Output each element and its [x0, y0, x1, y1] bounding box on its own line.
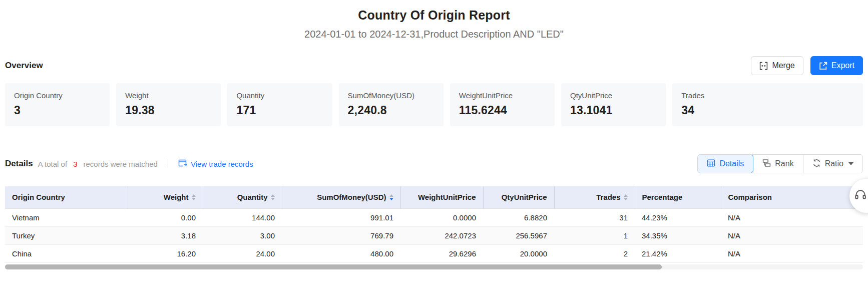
details-header-row: Details A total of 3 records were matche… [5, 154, 863, 173]
view-trade-records-link[interactable]: View trade records [178, 159, 253, 169]
headset-icon [849, 188, 867, 203]
summary-suffix: records were matched [83, 160, 157, 168]
tab-ratio[interactable]: Ratio [803, 155, 862, 173]
details-heading: Details [5, 159, 33, 169]
col-label: Quantity [237, 193, 268, 201]
tab-rank[interactable]: Rank [753, 155, 802, 173]
cell-percentage: 44.23% [635, 208, 721, 226]
export-button[interactable]: Export [810, 56, 863, 75]
ratio-cycle-icon [812, 159, 821, 169]
overview-heading: Overview [5, 61, 43, 71]
cell-qty-unit-price: 20.0000 [483, 244, 554, 262]
stat-value: 171 [236, 104, 323, 117]
cell-weight: 0.00 [128, 208, 203, 226]
col-header-qty-unit-price: QtyUnitPrice [483, 186, 554, 208]
trade-records-icon [178, 159, 187, 169]
cell-percentage: 34.35% [635, 226, 721, 244]
details-table-wrap: Origin Country Weight Quantity SumOfMone… [5, 186, 863, 269]
col-label: Origin Country [12, 193, 65, 201]
col-header-origin-country: Origin Country [5, 186, 128, 208]
col-label: Percentage [642, 193, 683, 201]
col-label: SumOfMoney(USD) [317, 193, 386, 201]
report-page: Country Of Origin Report 2024-01-01 to 2… [0, 0, 868, 269]
overview-cards: Origin Country 3 Weight 19.38 Quantity 1… [5, 83, 863, 126]
merge-button[interactable]: Merge [751, 56, 803, 75]
export-button-label: Export [831, 61, 854, 70]
sort-icon[interactable] [624, 194, 628, 200]
tab-rank-label: Rank [775, 159, 793, 168]
details-summary: Details A total of 3 records were matche… [5, 159, 253, 169]
stat-label: Origin Country [14, 91, 101, 100]
merge-icon [759, 62, 768, 70]
horizontal-scrollbar[interactable] [5, 264, 863, 269]
cell-weight: 16.20 [128, 244, 203, 262]
cell-quantity: 3.00 [203, 226, 282, 244]
stat-card-weight: Weight 19.38 [116, 83, 221, 126]
cell-weight: 3.18 [128, 226, 203, 244]
merge-button-label: Merge [772, 61, 794, 70]
col-header-sum-of-money[interactable]: SumOfMoney(USD) [282, 186, 400, 208]
stat-value: 13.1041 [570, 104, 657, 117]
table-row-vietnam: Vietnam 0.00 144.00 991.01 0.0000 6.8820… [5, 208, 863, 226]
col-header-trades[interactable]: Trades [554, 186, 635, 208]
scrollbar-thumb[interactable] [5, 264, 662, 269]
sort-icon[interactable] [271, 194, 275, 200]
details-table: Origin Country Weight Quantity SumOfMone… [5, 186, 863, 263]
col-header-percentage: Percentage [635, 186, 721, 208]
matched-count: 3 [72, 160, 78, 168]
cell-qty-unit-price: 256.5967 [483, 226, 554, 244]
page-subtitle: 2024-01-01 to 2024-12-31,Product Descrip… [5, 29, 863, 40]
cell-weight-unit-price: 242.0723 [400, 226, 483, 244]
table-row-china: China 16.20 24.00 480.00 29.6296 20.0000… [5, 244, 863, 262]
cell-sum-of-money: 991.01 [282, 208, 400, 226]
divider [168, 160, 168, 168]
stat-card-sum-of-money: SumOfMoney(USD) 2,240.8 [339, 83, 444, 126]
report-header: Country Of Origin Report 2024-01-01 to 2… [5, 0, 863, 40]
stat-card-qty-unit-price: QtyUnitPrice 13.1041 [561, 83, 666, 126]
col-header-quantity[interactable]: Quantity [203, 186, 282, 208]
cell-qty-unit-price: 6.8820 [483, 208, 554, 226]
cell-quantity: 144.00 [203, 208, 282, 226]
action-buttons: Merge Export [751, 56, 863, 75]
cell-trades: 1 [554, 226, 635, 244]
chevron-down-icon [848, 162, 853, 165]
stat-value: 2,240.8 [348, 104, 435, 117]
cell-sum-of-money: 480.00 [282, 244, 400, 262]
stat-label: SumOfMoney(USD) [348, 91, 435, 100]
col-label: WeightUnitPrice [418, 193, 476, 201]
col-label: Comparison [728, 193, 772, 201]
table-row-turkey: Turkey 3.18 3.00 769.79 242.0723 256.596… [5, 226, 863, 244]
col-label: Weight [164, 193, 189, 201]
col-header-weight-unit-price: WeightUnitPrice [400, 186, 483, 208]
tab-details[interactable]: Details [697, 154, 753, 173]
col-label: QtyUnitPrice [502, 193, 547, 201]
stat-card-quantity: Quantity 171 [227, 83, 332, 126]
col-label: Trades [596, 193, 620, 201]
sort-icon[interactable] [192, 194, 196, 200]
cell-sum-of-money: 769.79 [282, 226, 400, 244]
cell-weight-unit-price: 29.6296 [400, 244, 483, 262]
cell-country: China [5, 244, 128, 262]
cell-comparison: N/A [721, 208, 863, 226]
view-mode-toggle: Details Rank [697, 154, 863, 173]
summary-prefix: A total of [38, 160, 67, 168]
col-header-weight[interactable]: Weight [128, 186, 203, 208]
cell-comparison: N/A [721, 244, 863, 262]
col-header-comparison: Comparison [721, 186, 863, 208]
stat-card-weight-unit-price: WeightUnitPrice 115.6244 [450, 83, 555, 126]
rank-flow-icon [762, 159, 771, 169]
stat-label: QtyUnitPrice [570, 91, 657, 100]
cell-percentage: 21.42% [635, 244, 721, 262]
cell-trades: 31 [554, 208, 635, 226]
stat-value: 3 [14, 104, 101, 117]
overview-header-row: Overview Merge [5, 56, 863, 75]
stat-value: 19.38 [125, 104, 212, 117]
stat-label: Trades [681, 91, 854, 100]
tab-details-label: Details [719, 159, 744, 168]
cell-country: Turkey [5, 226, 128, 244]
table-grid-icon [707, 159, 715, 169]
sort-icon-active-desc[interactable] [389, 194, 393, 200]
cell-weight-unit-price: 0.0000 [400, 208, 483, 226]
table-header-row: Origin Country Weight Quantity SumOfMone… [5, 186, 863, 208]
stat-label: Weight [125, 91, 212, 100]
